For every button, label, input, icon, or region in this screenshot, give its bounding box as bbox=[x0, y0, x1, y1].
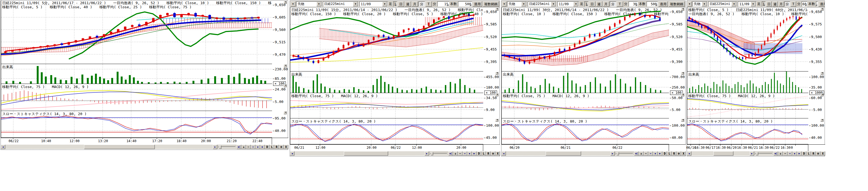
panel-menu-button[interactable]: ▼ bbox=[502, 1, 506, 7]
spinner-icon[interactable] bbox=[447, 4, 448, 6]
period-button-月[interactable]: 月 bbox=[778, 1, 784, 7]
chart-tool-button-L[interactable]: L bbox=[270, 145, 274, 149]
chart-tool-button-↔[interactable]: ↔ bbox=[787, 151, 792, 156]
scroll-left-button[interactable]: ◀ bbox=[1, 145, 5, 149]
chart-tool-button-−[interactable]: − bbox=[783, 151, 787, 156]
period-button-月[interactable]: 月 bbox=[603, 1, 609, 7]
chart-tool-button-R[interactable]: R bbox=[811, 151, 816, 156]
pane-corner-button[interactable] bbox=[495, 93, 498, 96]
chart-tool-button-L[interactable]: L bbox=[806, 151, 811, 156]
spinner-icon[interactable] bbox=[469, 4, 471, 6]
chart-tool-button-L[interactable]: L bbox=[667, 151, 672, 156]
chevron-down-icon[interactable]: ▼ bbox=[316, 2, 321, 6]
bar-interval-field[interactable]: 1 bbox=[393, 1, 397, 7]
chart-tool-button-R[interactable]: R bbox=[672, 151, 676, 156]
pane-corner-button[interactable] bbox=[820, 119, 824, 122]
bar-interval-field[interactable]: 1 bbox=[584, 1, 588, 7]
minute-field[interactable]: 30 bbox=[629, 1, 638, 7]
apply-button[interactable]: 適用 bbox=[818, 1, 825, 7]
pane-corner-button[interactable] bbox=[681, 119, 684, 122]
symbol-dropdown[interactable]: 日経225mini ▼ bbox=[323, 1, 359, 7]
scrollbar-track[interactable] bbox=[294, 151, 425, 156]
chart-tool-button-+[interactable]: + bbox=[241, 145, 246, 149]
chart-tool-button-↔[interactable]: ↔ bbox=[648, 151, 653, 156]
period-button-日[interactable]: 日 bbox=[398, 1, 404, 7]
scroll-left-button[interactable]: ◀ bbox=[501, 151, 506, 156]
chevron-down-icon[interactable]: ▼ bbox=[521, 2, 526, 6]
pane-corner-button[interactable] bbox=[284, 111, 287, 114]
pane-corner-button[interactable] bbox=[681, 8, 684, 11]
chevron-down-icon[interactable]: ▼ bbox=[732, 2, 736, 6]
chart-tool-button-X[interactable]: X bbox=[820, 151, 825, 156]
chart-tool-button-R[interactable]: R bbox=[486, 151, 491, 156]
chart-tool-button-↔[interactable]: ↔ bbox=[462, 151, 467, 156]
period-button-T[interactable]: T bbox=[617, 1, 623, 7]
chart-tool-button-D[interactable]: D bbox=[476, 151, 481, 156]
pane-corner-button[interactable] bbox=[681, 72, 684, 75]
scrollbar-thumb[interactable] bbox=[344, 151, 388, 156]
chart-tool-button-↔[interactable]: ↔ bbox=[251, 145, 255, 149]
chart-scrollbar[interactable]: ◀▶◀|+−↔▪▶DLR⊕X bbox=[687, 151, 825, 156]
period-button-分[interactable]: 分 bbox=[418, 1, 425, 7]
symbol-dropdown[interactable]: 日経225mini ▼ bbox=[708, 1, 737, 7]
chart-tool-button-−[interactable]: − bbox=[246, 145, 251, 149]
category-dropdown[interactable]: 先物 ▼ bbox=[296, 1, 322, 7]
spinner-icon[interactable] bbox=[395, 4, 396, 6]
chart-area[interactable] bbox=[1, 1, 272, 138]
chart-tool-button-▪[interactable]: ▪ bbox=[467, 151, 472, 156]
contract-month-dropdown[interactable]: 11/09 ▼ bbox=[738, 1, 756, 7]
spinner-icon[interactable] bbox=[586, 4, 588, 6]
volume-chart-canvas[interactable] bbox=[1, 64, 272, 84]
zoom-slider[interactable] bbox=[429, 151, 448, 156]
chart-tool-button-▶[interactable]: ▶ bbox=[797, 151, 802, 156]
chart-tool-button-R[interactable]: R bbox=[274, 145, 279, 149]
pane-corner-button[interactable] bbox=[495, 8, 498, 11]
minute-field[interactable]: 60 bbox=[802, 1, 807, 7]
chevron-down-icon[interactable]: ▼ bbox=[382, 2, 387, 6]
contract-month-dropdown[interactable]: 11/09 ▼ bbox=[359, 1, 388, 7]
pane-corner-button[interactable] bbox=[284, 1, 287, 4]
scrollbar-thumb[interactable] bbox=[84, 145, 155, 149]
minute-field[interactable]: 15 bbox=[437, 1, 449, 7]
period-button-分[interactable]: 分 bbox=[784, 1, 790, 7]
period-button-日[interactable]: 日 bbox=[766, 1, 772, 7]
bar-interval-field[interactable]: 1 bbox=[762, 1, 766, 7]
bar-count-field[interactable]: 500 bbox=[647, 1, 658, 7]
multi-symbol-button[interactable]: 複数銘柄 bbox=[669, 1, 685, 7]
chart-tool-button-D[interactable]: D bbox=[802, 151, 806, 156]
chart-tool-button-X[interactable]: X bbox=[284, 145, 288, 149]
period-button-週[interactable]: 週 bbox=[596, 1, 602, 7]
scrollbar-track[interactable] bbox=[506, 151, 610, 156]
period-button-T[interactable]: T bbox=[790, 1, 796, 7]
chart-tool-button-−[interactable]: − bbox=[458, 151, 462, 156]
chart-tool-button-▶[interactable]: ▶ bbox=[658, 151, 662, 156]
chart-tool-button-⊕[interactable]: ⊕ bbox=[816, 151, 820, 156]
scroll-right-button[interactable]: ▶ bbox=[425, 151, 429, 156]
multi-symbol-button[interactable]: 複数銘柄 bbox=[483, 1, 499, 7]
scrollbar-thumb[interactable] bbox=[713, 151, 733, 156]
chart-scrollbar[interactable]: ◀▶◀|+−↔▪▶DLR⊕X bbox=[290, 151, 500, 156]
chevron-down-icon[interactable]: ▼ bbox=[702, 2, 707, 6]
zoom-slider[interactable] bbox=[615, 151, 634, 156]
period-button-日[interactable]: 日 bbox=[589, 1, 595, 7]
chart-tool-button-◀|[interactable]: ◀| bbox=[634, 151, 639, 156]
price-chart-canvas[interactable] bbox=[290, 7, 483, 72]
price-chart-canvas[interactable] bbox=[687, 7, 808, 72]
spinner-icon[interactable] bbox=[815, 4, 817, 6]
chart-tool-button-X[interactable]: X bbox=[495, 151, 500, 156]
price-chart-canvas[interactable] bbox=[1, 1, 272, 64]
chart-tool-button-▪[interactable]: ▪ bbox=[792, 151, 797, 156]
chart-tool-button-X[interactable]: X bbox=[681, 151, 686, 156]
price-chart-canvas[interactable] bbox=[502, 7, 669, 72]
contract-month-dropdown[interactable]: 11/09 ▼ bbox=[557, 1, 579, 7]
bar-count-field[interactable] bbox=[816, 1, 818, 7]
chart-tool-button-+[interactable]: + bbox=[778, 151, 783, 156]
scroll-right-button[interactable]: ▶ bbox=[750, 151, 754, 156]
chart-tool-button-+[interactable]: + bbox=[453, 151, 458, 156]
scrollbar-track[interactable] bbox=[5, 145, 213, 149]
chart-tool-button-▪[interactable]: ▪ bbox=[653, 151, 658, 156]
chart-tool-button-▶[interactable]: ▶ bbox=[472, 151, 476, 156]
pane-corner-button[interactable] bbox=[820, 93, 824, 96]
chart-tool-button-⊕[interactable]: ⊕ bbox=[279, 145, 284, 149]
pane-corner-button[interactable] bbox=[820, 8, 824, 11]
